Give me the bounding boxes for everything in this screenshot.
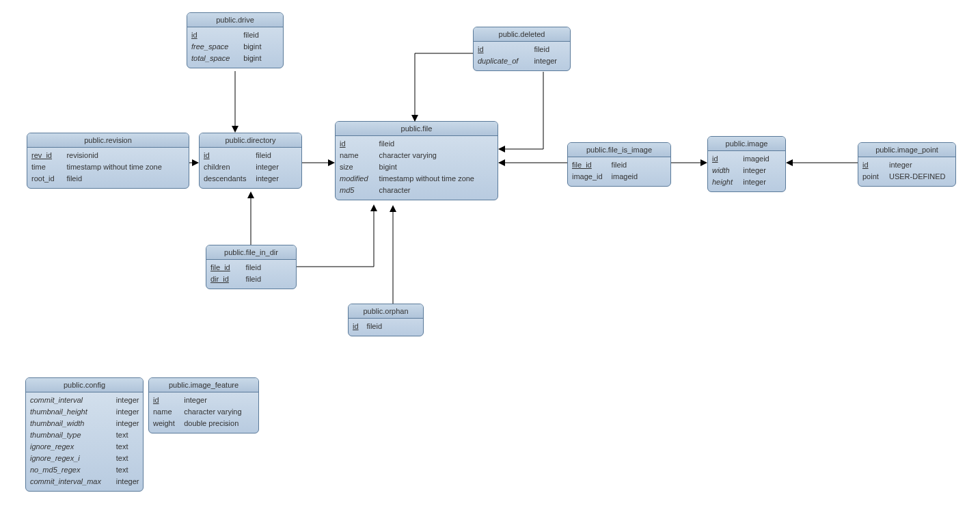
column-type: revisionid [66,150,98,161]
column-row: ignore_regex_itext [30,453,139,464]
column-name: modified [340,173,377,185]
column-name: point [862,171,886,183]
column-name: width [712,165,740,176]
column-row: weightdouble precision [153,418,254,429]
column-type: fileid [612,159,627,171]
entity-body: idfileid [349,319,423,336]
entity-public-image-point[interactable]: public.image_point idintegerpointUSER-DE… [858,142,956,187]
column-type: fileid [245,273,261,285]
column-type: fileid [379,138,395,150]
entity-public-drive[interactable]: public.drive idfileidfree_spacebiginttot… [187,12,284,68]
column-type: integer [743,165,766,176]
entity-title: public.file_is_image [568,143,670,157]
entity-public-image-feature[interactable]: public.image_feature idintegernamecharac… [148,377,259,433]
column-row: heightinteger [712,176,781,188]
column-name: size [340,161,377,173]
column-row: namecharacter varying [153,406,254,418]
column-type: imageid [612,171,638,183]
column-name: rev_id [31,150,64,161]
column-name: file_id [572,159,609,171]
column-type: integer [256,173,279,185]
column-name: time [31,161,64,173]
entity-title: public.orphan [349,304,423,319]
column-type: fileid [245,262,261,273]
column-name: name [340,150,377,161]
column-name: image_id [572,171,609,183]
column-name: id [153,395,181,406]
column-type: integer [116,418,139,429]
column-name: id [478,44,531,55]
column-row: idinteger [862,159,951,171]
column-type: fileid [534,44,549,55]
entity-public-deleted[interactable]: public.deleted idfileidduplicate_ofinteg… [473,27,571,71]
column-row: idimageid [712,153,781,165]
column-name: file_id [210,262,243,273]
entity-title: public.image_feature [149,378,258,392]
entity-body: idfileidduplicate_ofinteger [474,42,570,70]
relationship-connectors [0,0,980,521]
column-type: timestamp without time zone [379,173,474,185]
column-row: modifiedtimestamp without time zone [340,173,493,185]
entity-public-revision[interactable]: public.revision rev_idrevisionidtimetime… [27,133,189,189]
column-name: thumbnail_width [30,418,113,429]
column-row: thumbnail_heightinteger [30,406,139,418]
svg-marker-10 [390,205,396,212]
svg-marker-7 [247,191,254,198]
entity-body: file_idfileidimage_idimageid [568,157,670,186]
column-type: fileid [256,150,271,161]
entity-public-directory[interactable]: public.directory idfileidchildreninteger… [199,133,302,189]
entity-public-file-is-image[interactable]: public.file_is_image file_idfileidimage_… [567,142,671,187]
column-name: id [191,29,241,41]
entity-title: public.drive [187,13,283,27]
column-name: root_id [31,173,64,185]
entity-title: public.file [336,122,498,136]
column-type: fileid [366,321,382,332]
svg-marker-16 [700,159,707,166]
column-type: bigint [243,41,261,53]
entity-public-file-in-dir[interactable]: public.file_in_dir file_idfileiddir_idfi… [206,245,297,289]
column-row: rev_idrevisionid [31,150,185,161]
column-type: fileid [243,29,259,41]
column-row: sizebigint [340,161,493,173]
column-row: root_idfileid [31,173,185,185]
column-name: weight [153,418,181,429]
column-type: integer [116,406,139,418]
column-name: commit_interval [30,395,113,406]
entity-public-config[interactable]: public.config commit_intervalintegerthum… [25,377,144,492]
column-row: commit_intervalinteger [30,395,139,406]
column-name: dir_id [210,273,243,285]
column-type: integer [116,395,139,406]
column-name: name [153,406,181,418]
column-row: pointUSER-DEFINED [862,171,951,183]
column-type: integer [743,176,766,188]
column-name: descendants [204,173,253,185]
entity-body: idintegernamecharacter varyingweightdoub… [149,392,258,433]
column-row: commit_interval_maxinteger [30,476,139,487]
column-row: idfileid [478,44,566,55]
svg-marker-3 [192,159,199,166]
column-name: id [340,138,377,150]
column-row: thumbnail_widthinteger [30,418,139,429]
entity-title: public.revision [27,133,189,148]
entity-public-image[interactable]: public.image idimageidwidthintegerheight… [707,136,786,192]
column-name: height [712,176,740,188]
column-name: no_md5_regex [30,464,113,476]
svg-marker-12 [498,146,505,152]
entity-title: public.image [708,137,785,151]
column-row: idfileid [353,321,419,332]
column-type: text [116,464,128,476]
column-type: double precision [184,418,239,429]
entity-public-orphan[interactable]: public.orphan idfileid [348,304,424,336]
entity-body: idfileidnamecharacter varyingsizebigintm… [336,136,498,200]
column-type: integer [889,159,912,171]
column-row: timetimestamp without time zone [31,161,185,173]
entity-public-file[interactable]: public.file idfileidnamecharacter varyin… [335,121,498,200]
column-row: image_idimageid [572,171,666,183]
column-type: text [116,429,128,441]
column-row: idfileid [191,29,279,41]
column-name: id [862,159,886,171]
column-row: ignore_regextext [30,441,139,453]
column-name: children [204,161,253,173]
column-type: text [116,453,128,464]
column-row: thumbnail_typetext [30,429,139,441]
